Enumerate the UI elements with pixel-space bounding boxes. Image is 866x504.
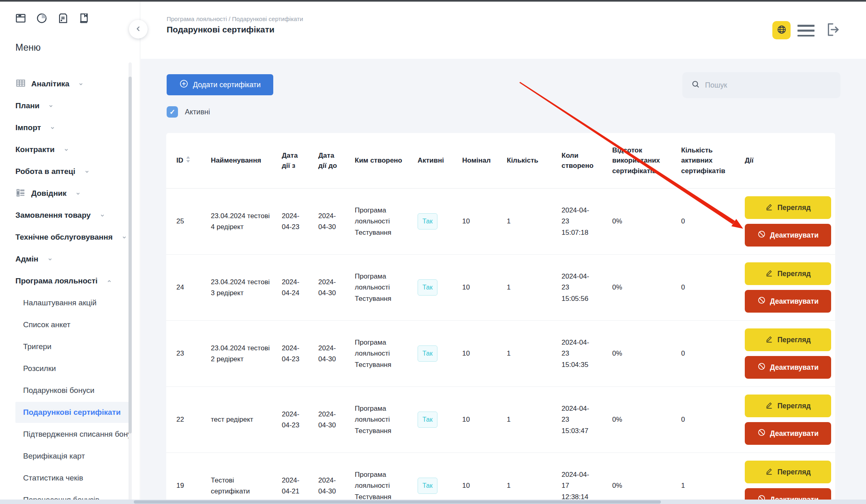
prohibition-icon — [757, 428, 766, 439]
file-text-icon[interactable] — [57, 12, 69, 26]
cell-quantity: 1 — [507, 480, 562, 491]
sidebar-subitem-statystyka-chekiv[interactable]: Статистика чеків — [0, 467, 140, 489]
sort-icon[interactable] — [186, 155, 190, 166]
sidebar-subitem-veryfikatsiia-kart[interactable]: Верифікація карт — [0, 445, 140, 467]
cell-name: 23.04.2024 тестові 4 редірект — [211, 210, 282, 232]
cell-actions: Перегляд Деактивувати — [745, 461, 829, 504]
view-button[interactable]: Перегляд — [745, 395, 831, 417]
cell-id: 25 — [176, 216, 211, 227]
sidebar-item-admin[interactable]: Адмін — [0, 248, 140, 270]
cell-nominal: 10 — [462, 282, 507, 293]
horizontal-scrollbar-thumb[interactable] — [134, 500, 661, 504]
cell-id: 22 — [176, 414, 211, 425]
cell-created-at: 2024-04-17 12:38:14 — [562, 469, 612, 502]
sidebar-collapse-button[interactable] — [129, 20, 148, 39]
sidebar-subitem-podarunkovi-bonusy[interactable]: Подарункові бонуси — [0, 380, 140, 401]
cell-active-count: 0 — [681, 414, 745, 425]
sidebar-item-tekhnichne-obsluhovuvannia[interactable]: Технічне обслуговування — [0, 226, 140, 248]
sidebar-nav: Аналітика Плани Імпорт Контракти Робота … — [0, 73, 140, 504]
deactivate-button[interactable]: Деактивувати — [745, 290, 831, 313]
sidebar-item-robota-v-aptetsi[interactable]: Робота в аптеці — [0, 161, 140, 182]
cell-created-at: 2024-04-23 15:07:18 — [562, 205, 612, 238]
deactivate-button[interactable]: Деактивувати — [745, 224, 831, 247]
cell-used-percent: 0% — [612, 480, 681, 491]
sidebar-item-zamovlennia-tovaru[interactable]: Замовлення товару — [0, 204, 140, 226]
active-filter: ✓ Активні — [167, 106, 210, 118]
sidebar-scrollbar[interactable] — [129, 62, 132, 504]
column-header-created-by: Ким створено — [355, 155, 418, 166]
cell-name: тест редірект — [211, 414, 282, 425]
book-icon[interactable] — [78, 12, 90, 26]
table-row: 22 тест редірект 2024-04-23 2024-04-30 П… — [166, 387, 835, 453]
cell-quantity: 1 — [507, 216, 562, 227]
cell-used-percent: 0% — [612, 216, 681, 227]
add-certificates-button[interactable]: Додати сертифікати — [167, 74, 273, 95]
chevron-down-icon — [75, 191, 81, 196]
sidebar-subitem-spysok-anket[interactable]: Список анкет — [0, 314, 140, 336]
search-input[interactable] — [705, 81, 823, 90]
chevron-down-icon — [78, 81, 84, 87]
cell-id: 24 — [176, 282, 211, 293]
cell-quantity: 1 — [507, 282, 562, 293]
cell-name: Тестові сертифікати — [211, 475, 282, 497]
deactivate-button[interactable]: Деактивувати — [745, 422, 831, 445]
sidebar-item-dovidnyk[interactable]: Довідник — [0, 182, 140, 204]
edit-icon — [765, 335, 773, 345]
cell-active: Так — [418, 213, 462, 229]
sidebar-subitem-podarunkovi-sertyfikaty[interactable]: Подарункові сертифікати — [0, 401, 140, 423]
view-button[interactable]: Перегляд — [745, 328, 831, 351]
column-header-active-count: Кількість активних сертифікатів — [681, 145, 745, 176]
sidebar-subitem-pidtverdzhennia-spysannia[interactable]: Підтвердження списання бону... — [0, 423, 140, 445]
pie-chart-icon[interactable] — [36, 12, 48, 26]
deactivate-button[interactable]: Деактивувати — [745, 356, 831, 379]
hamburger-menu-button[interactable] — [797, 25, 815, 36]
search-icon — [691, 80, 700, 90]
cell-name: 23.04.2024 тестові 2 редірект — [211, 343, 282, 365]
cell-quantity: 1 — [507, 348, 562, 359]
certificates-table: ID Найменування Дата дії з Дата дії до К… — [166, 133, 835, 504]
globe-icon — [776, 24, 787, 36]
horizontal-scrollbar[interactable] — [0, 500, 866, 504]
cell-date-from: 2024-04-23 — [282, 210, 318, 232]
status-badge: Так — [418, 345, 437, 362]
chevron-down-icon — [64, 147, 69, 152]
sidebar-item-plany[interactable]: Плани — [0, 95, 140, 117]
prohibition-icon — [757, 296, 766, 307]
cell-active: Так — [418, 279, 462, 296]
sidebar-subitem-rozsylky[interactable]: Розсилки — [0, 358, 140, 380]
main-area: Програма лояльності / Подарункові сертиф… — [141, 2, 866, 504]
cell-date-from: 2024-04-24 — [282, 277, 318, 298]
edit-icon — [765, 269, 773, 279]
sidebar-item-import[interactable]: Імпорт — [0, 117, 140, 139]
cell-nominal: 10 — [462, 216, 507, 227]
edit-icon — [765, 467, 773, 477]
table-grid-icon — [15, 78, 26, 90]
drawer-icon[interactable] — [15, 12, 27, 26]
cell-date-to: 2024-04-30 — [318, 277, 355, 298]
status-badge: Так — [418, 279, 437, 296]
column-header-id[interactable]: ID — [176, 155, 211, 166]
prohibition-icon — [757, 230, 766, 240]
sidebar-item-prohrama-loialnosti[interactable]: Програма лояльності — [0, 270, 140, 292]
cell-date-to: 2024-04-30 — [318, 343, 355, 365]
active-checkbox[interactable]: ✓ — [167, 106, 178, 118]
sidebar-subitem-nalashtuvannia-aktsii[interactable]: Налаштування акцій — [0, 292, 140, 314]
cell-active-count: 0 — [681, 282, 745, 293]
view-button[interactable]: Перегляд — [745, 262, 831, 285]
logout-button[interactable] — [823, 21, 841, 39]
cell-name: 23.04.2024 тестові 3 редірект — [211, 277, 282, 298]
view-button[interactable]: Перегляд — [745, 196, 831, 219]
sidebar-subitem-tryhery[interactable]: Тригери — [0, 336, 140, 358]
sidebar-scrollbar-thumb[interactable] — [129, 77, 132, 433]
cell-actions: Перегляд Деактивувати — [745, 262, 829, 313]
view-button[interactable]: Перегляд — [745, 461, 831, 483]
check-icon: ✓ — [169, 108, 175, 116]
language-button[interactable] — [772, 21, 791, 39]
sidebar-item-analitika[interactable]: Аналітика — [0, 73, 140, 95]
cell-active: Так — [418, 412, 462, 428]
sidebar-item-kontrakty[interactable]: Контракти — [0, 139, 140, 161]
cell-date-from: 2024-04-21 — [282, 475, 318, 497]
cell-created-by: Програма лояльності Тестування — [355, 271, 418, 304]
cell-date-to: 2024-04-30 — [318, 210, 355, 232]
column-header-nominal: Номінал — [462, 155, 507, 166]
